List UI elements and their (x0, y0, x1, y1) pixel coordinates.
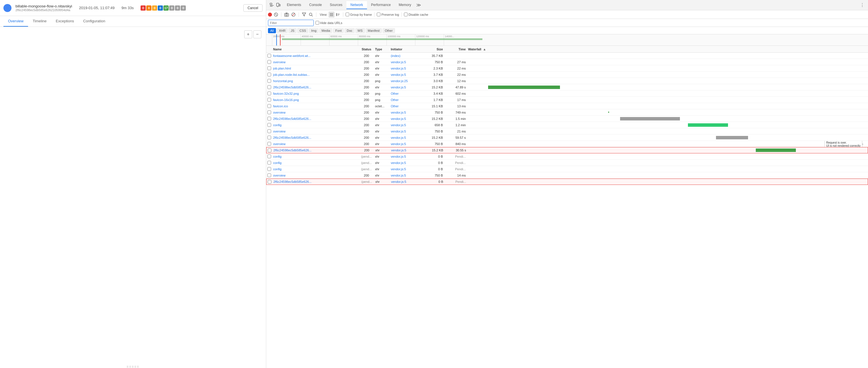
row-name[interactable]: overview (272, 174, 358, 177)
type-btn-img[interactable]: Img (309, 28, 319, 33)
row-name[interactable]: config (272, 167, 358, 171)
row-name[interactable]: horizontal.png (272, 79, 358, 83)
table-row[interactable]: overview 200 xhr vendor.js:5 750 B 21 ms (266, 128, 868, 134)
row-name[interactable]: config (272, 155, 358, 158)
row-initiator[interactable]: vendor.js:25 (391, 79, 425, 83)
zoom-out-button[interactable]: − (253, 30, 261, 38)
table-row[interactable]: overview 200 xhr vendor.js:5 750 B 840 m… (266, 141, 868, 147)
table-row[interactable]: 2f6c24598ec5db585e626... 200 xhr vendor.… (266, 84, 868, 91)
row-name[interactable]: config (272, 161, 358, 165)
row-checkbox[interactable] (268, 85, 271, 89)
table-row[interactable]: overview 200 xhr vendor.js:5 750 B 749 m… (266, 109, 868, 115)
row-checkbox[interactable] (268, 173, 271, 177)
header-status[interactable]: Status (358, 47, 375, 51)
row-initiator[interactable]: vendor.js:5 (391, 86, 425, 89)
type-btn-css[interactable]: CSS (297, 28, 308, 33)
table-row[interactable]: config (pend... xhr vendor.js:5 0 B Pend… (266, 160, 868, 166)
row-name[interactable]: 2f6c24598ec5db585e626... (272, 180, 358, 183)
tab-memory[interactable]: Memory (395, 1, 415, 9)
table-row[interactable]: job.plan.html 200 xhr vendor.js:5 2.3 KB… (266, 65, 868, 71)
header-waterfall[interactable]: Waterfall ▲ (468, 47, 868, 51)
table-row[interactable]: config 200 xhr vendor.js:5 658 B 1.2 min (266, 122, 868, 128)
row-name[interactable]: overview (272, 111, 358, 114)
type-btn-all[interactable]: All (268, 28, 276, 33)
table-row[interactable]: favicon-16x16.png 200 png Other 1.7 KB 1… (266, 97, 868, 103)
disable-cache-checkbox[interactable] (404, 12, 408, 16)
row-checkbox[interactable] (268, 161, 271, 165)
row-checkbox[interactable] (268, 142, 271, 146)
row-checkbox[interactable] (268, 54, 271, 58)
type-btn-other[interactable]: Other (382, 28, 395, 33)
type-btn-media[interactable]: Media (319, 28, 332, 33)
row-initiator[interactable]: vendor.js:5 (391, 148, 426, 152)
table-row[interactable]: favicon.ico 200 octet... Other 15.1 KB 1… (266, 103, 868, 109)
row-name[interactable]: config (272, 123, 358, 127)
row-name[interactable]: 2f6c24598ec5db585e626... (272, 117, 358, 121)
tab-performance[interactable]: Performance (367, 1, 395, 9)
inspect-icon[interactable] (269, 2, 275, 8)
row-name[interactable]: 2f6c24598ec5db585e626... (272, 148, 358, 152)
type-btn-ws[interactable]: WS (355, 28, 365, 33)
row-checkbox[interactable] (268, 60, 271, 64)
row-initiator[interactable]: vendor.js:5 (391, 161, 425, 165)
filter-input[interactable] (268, 20, 314, 26)
row-checkbox[interactable] (268, 79, 271, 83)
row-checkbox[interactable] (268, 167, 271, 171)
overflow-icon[interactable]: ≫ (416, 2, 421, 8)
row-name[interactable]: overview (272, 60, 358, 64)
type-btn-doc[interactable]: Doc (344, 28, 355, 33)
settings-icon[interactable]: ⋮ (858, 2, 867, 8)
table-row[interactable]: job.plan.node-list.subtas... 200 xhr ven… (266, 71, 868, 78)
table-row-highlighted[interactable]: 2f6c24598ec5db585e626... 200 xhr vendor.… (266, 147, 868, 154)
row-name[interactable]: job.plan.node-list.subtas... (272, 73, 358, 76)
row-initiator[interactable]: vendor.js:5 (391, 123, 425, 127)
row-checkbox[interactable] (268, 73, 271, 76)
tab-sources[interactable]: Sources (326, 1, 346, 9)
table-row[interactable]: 2f6c24598ec5db585e626... 200 xhr vendor.… (266, 115, 868, 122)
row-checkbox[interactable] (268, 180, 271, 184)
tab-console[interactable]: Console (305, 1, 326, 9)
row-initiator[interactable]: vendor.js:5 (391, 111, 425, 114)
row-initiator[interactable]: vendor.js:5 (391, 136, 425, 139)
row-initiator[interactable]: vendor.js:5 (391, 67, 425, 70)
table-row[interactable]: config (pend... xhr vendor.js:5 0 B Pend… (266, 154, 868, 160)
header-size[interactable]: Size (425, 47, 445, 51)
tab-network[interactable]: Network (346, 1, 367, 9)
table-row-highlighted[interactable]: 2f6c24598ec5db585e626... (pend... xhr ve… (266, 178, 868, 185)
preserve-log-checkbox[interactable] (377, 12, 380, 16)
row-checkbox[interactable] (268, 110, 271, 114)
table-row[interactable]: fontawesome-webfont.wt... 200 xhr (index… (266, 53, 868, 59)
row-checkbox[interactable] (268, 66, 271, 70)
table-row[interactable]: horizontal.png 200 png vendor.js:25 3.0 … (266, 78, 868, 84)
row-name[interactable]: favicon.ico (272, 104, 358, 108)
header-time[interactable]: Time (445, 47, 468, 51)
tab-overview[interactable]: Overview (3, 16, 28, 27)
header-initiator[interactable]: Initiator (391, 47, 425, 51)
type-btn-xhr[interactable]: XHR (277, 28, 288, 33)
filter-icon[interactable] (301, 12, 307, 18)
row-checkbox[interactable] (268, 148, 271, 152)
row-name[interactable]: fontawesome-webfont.wt... (272, 54, 358, 58)
type-btn-js[interactable]: JS (288, 28, 297, 33)
row-initiator[interactable]: vendor.js:5 (391, 117, 425, 121)
row-checkbox[interactable] (268, 123, 271, 127)
drag-handle[interactable]: ⠿⠿⠿⠿⠿ (0, 366, 266, 368)
row-checkbox[interactable] (268, 104, 271, 108)
row-checkbox[interactable] (268, 117, 271, 121)
row-name[interactable]: job.plan.html (272, 67, 358, 70)
header-name[interactable]: Name (272, 47, 358, 51)
row-name[interactable]: 2f6c24598ec5db585e626... (272, 86, 358, 89)
table-row[interactable]: 2f6c24598ec5db585e626... 200 xhr vendor.… (266, 134, 868, 141)
tab-timeline[interactable]: Timeline (28, 16, 51, 27)
row-initiator[interactable]: vendor.js:5 (391, 180, 426, 183)
row-checkbox[interactable] (268, 129, 271, 133)
row-initiator[interactable]: vendor.js:5 (391, 60, 425, 64)
table-row[interactable]: overview 200 xhr vendor.js:5 750 B 27 ms (266, 59, 868, 65)
search-icon[interactable] (308, 12, 314, 18)
tab-elements[interactable]: Elements (283, 1, 305, 9)
camera-icon[interactable] (284, 12, 289, 18)
tab-configuration[interactable]: Configuration (79, 16, 110, 27)
tab-exceptions[interactable]: Exceptions (51, 16, 79, 27)
row-name[interactable]: favicon-32x32.png (272, 92, 358, 95)
clear-button[interactable] (273, 12, 279, 18)
